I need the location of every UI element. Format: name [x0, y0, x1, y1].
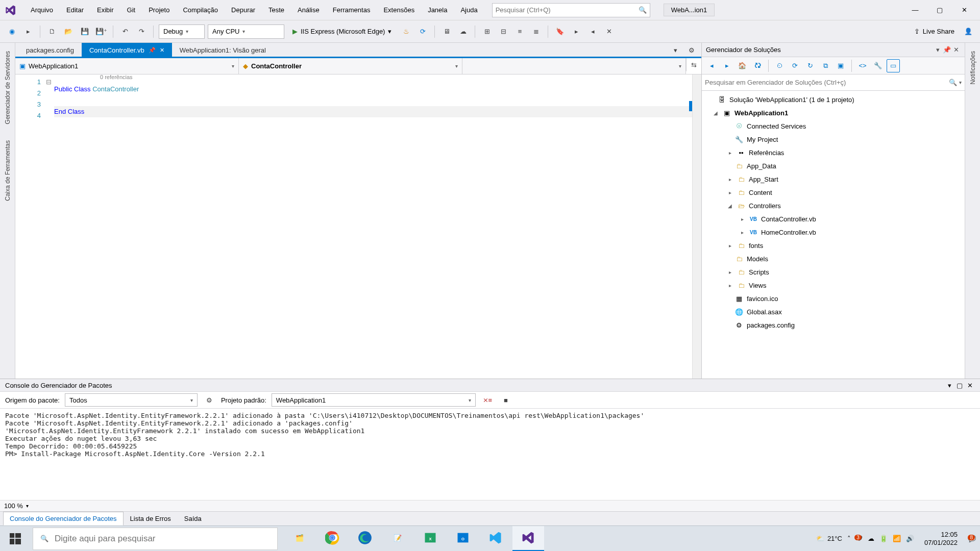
scripts-node[interactable]: ▸🗀Scripts: [702, 265, 965, 279]
refresh-button[interactable]: ⟳: [416, 25, 429, 38]
menu-git[interactable]: Git: [122, 3, 141, 17]
pmc-options-button[interactable]: ▾: [944, 382, 954, 389]
menu-arquivo[interactable]: Arquivo: [26, 3, 58, 17]
open-button[interactable]: 📂: [62, 25, 75, 38]
taskbar-excel[interactable]: X: [414, 526, 446, 552]
global-search-input[interactable]: [496, 6, 639, 14]
window-maximize-button[interactable]: ▢: [928, 2, 951, 18]
outdent-button[interactable]: ≣: [529, 25, 543, 38]
split-editor-button[interactable]: ⇆: [686, 58, 701, 71]
pmc-stop-button[interactable]: ■: [499, 393, 512, 407]
sol-properties-button[interactable]: 🔧: [871, 59, 885, 72]
member-dropdown[interactable]: ▾: [462, 58, 686, 74]
tray-wifi-icon[interactable]: 📶: [893, 535, 901, 542]
pmc-output[interactable]: Pacote 'Microsoft.AspNet.Identity.Entity…: [0, 409, 980, 500]
run-button[interactable]: ▶IIS Express (Microsoft Edge)▾: [287, 24, 397, 39]
homecontroller-file[interactable]: ▸VBHomeController.vb: [702, 226, 965, 239]
menu-ajuda[interactable]: Ajuda: [455, 3, 482, 17]
pin-icon[interactable]: 📌: [149, 47, 156, 54]
menu-compilacao[interactable]: Compilação: [178, 3, 223, 17]
menu-analise[interactable]: Análise: [292, 3, 325, 17]
menu-ferramentas[interactable]: Ferramentas: [328, 3, 376, 17]
tray-battery-icon[interactable]: 🔋: [879, 535, 888, 542]
notifications-tab[interactable]: Notificações: [968, 48, 977, 87]
menu-projeto[interactable]: Projeto: [143, 3, 175, 17]
taskbar-notepad[interactable]: 📝: [382, 526, 413, 552]
window-minimize-button[interactable]: —: [903, 2, 927, 18]
tray-volume-icon[interactable]: 🔊: [906, 535, 914, 542]
taskbar-clock[interactable]: 12:0507/01/2022: [919, 531, 963, 547]
menu-exibir[interactable]: Exibir: [92, 3, 119, 17]
sol-code-button[interactable]: <>: [856, 59, 869, 72]
solution-search-input[interactable]: [705, 79, 949, 86]
menu-extensoes[interactable]: Extensões: [378, 3, 420, 17]
align-button[interactable]: ⊞: [480, 25, 494, 38]
prev-bookmark-button[interactable]: ◂: [586, 25, 599, 38]
vertical-scrollbar[interactable]: [692, 74, 701, 379]
fold-column[interactable]: ⊟: [46, 74, 54, 379]
code-editor[interactable]: 1 2 3 4 ⊟ 0 referências Public Class Con…: [15, 74, 701, 379]
menu-janela[interactable]: Janela: [423, 3, 452, 17]
solution-root[interactable]: 🗄Solução 'WebApplication1' (1 de 1 proje…: [702, 93, 965, 106]
account-button[interactable]: 👤: [962, 25, 975, 38]
sol-showall-button[interactable]: ▣: [834, 59, 847, 72]
live-share-button[interactable]: ⇪Live Share: [910, 26, 959, 37]
new-project-button[interactable]: 🗋: [45, 25, 59, 38]
sol-back-button[interactable]: ◂: [705, 59, 718, 72]
solution-title[interactable]: WebA...ion1: [664, 4, 715, 16]
toolbox-tab[interactable]: Caixa de Ferramentas: [3, 137, 12, 204]
project-dropdown[interactable]: ▣WebApplication1▾: [15, 58, 239, 74]
codelens-refs[interactable]: 0 referências: [100, 74, 133, 80]
sol-reload-button[interactable]: ↻: [803, 59, 817, 72]
menu-editar[interactable]: Editar: [61, 3, 89, 17]
clear-bookmark-button[interactable]: ✕: [602, 25, 616, 38]
contacontroller-file[interactable]: ▸VBContaController.vb: [702, 212, 965, 226]
taskbar-visualstudio[interactable]: [512, 526, 544, 552]
sol-preview-button[interactable]: ▭: [887, 59, 900, 72]
panel-close-button[interactable]: ✕: [951, 46, 961, 54]
pmc-project-dropdown[interactable]: WebApplication1▾: [272, 393, 476, 407]
tray-antivirus-icon[interactable]: 🛡3: [856, 535, 863, 542]
solution-search[interactable]: 🔍▾: [702, 74, 965, 91]
taskbar-weather[interactable]: ⛅21°C: [816, 535, 842, 542]
my-project-node[interactable]: 🔧My Project: [702, 133, 965, 146]
menu-teste[interactable]: Teste: [263, 3, 289, 17]
sol-sync-button[interactable]: 🗘: [751, 59, 764, 72]
next-bookmark-button[interactable]: ▸: [570, 25, 583, 38]
tab-overview[interactable]: WebApplication1: Visão geral: [172, 43, 274, 57]
sol-home-button[interactable]: 🏠: [736, 59, 749, 72]
global-search[interactable]: 🔍: [492, 3, 650, 17]
bookmark-button[interactable]: 🔖: [553, 25, 567, 38]
indent-button[interactable]: ≡: [513, 25, 526, 38]
type-dropdown[interactable]: ◆ContaController▾: [239, 58, 462, 74]
close-tab-icon[interactable]: ✕: [160, 47, 164, 54]
platform-dropdown[interactable]: Any CPU▾: [208, 24, 284, 39]
pmc-clear-button[interactable]: ⨯≡: [481, 393, 494, 407]
appdata-node[interactable]: 🗀App_Data: [702, 159, 965, 172]
models-node[interactable]: 🗀Models: [702, 252, 965, 265]
appstart-node[interactable]: ▸🗀App_Start: [702, 172, 965, 186]
global-asax-file[interactable]: 🌐Global.asax: [702, 305, 965, 318]
undo-button[interactable]: ↶: [118, 25, 132, 38]
browse-button[interactable]: 🖥: [440, 25, 453, 38]
tab-contacontroller[interactable]: ContaController.vb📌✕: [82, 43, 172, 57]
views-node[interactable]: ▸🗀Views: [702, 279, 965, 292]
pmc-close-button[interactable]: ✕: [965, 382, 975, 389]
pmc-origin-dropdown[interactable]: Todos▾: [65, 393, 198, 407]
packages-config-file[interactable]: ⚙packages.config: [702, 318, 965, 332]
nav-fwd-button[interactable]: ▸: [21, 25, 35, 38]
content-node[interactable]: ▸🗀Content: [702, 186, 965, 199]
taskbar-edge[interactable]: [349, 526, 381, 552]
tray-chevron-icon[interactable]: ˄: [847, 535, 851, 542]
sol-refresh-button[interactable]: ⟳: [788, 59, 801, 72]
hot-reload-button[interactable]: ♨: [400, 25, 413, 38]
taskbar-search[interactable]: 🔍: [33, 528, 278, 550]
taskbar-chrome[interactable]: [316, 526, 348, 552]
pmc-settings-button[interactable]: ⚙: [203, 393, 216, 407]
menu-depurar[interactable]: Depurar: [226, 3, 260, 17]
panel-options-button[interactable]: ▾: [933, 46, 942, 54]
references-node[interactable]: ▸▪▪Referências: [702, 146, 965, 159]
controllers-node[interactable]: ◢🗁Controllers: [702, 199, 965, 212]
save-all-button[interactable]: 💾⁺: [94, 25, 108, 38]
action-center-button[interactable]: 💬8: [968, 535, 976, 542]
